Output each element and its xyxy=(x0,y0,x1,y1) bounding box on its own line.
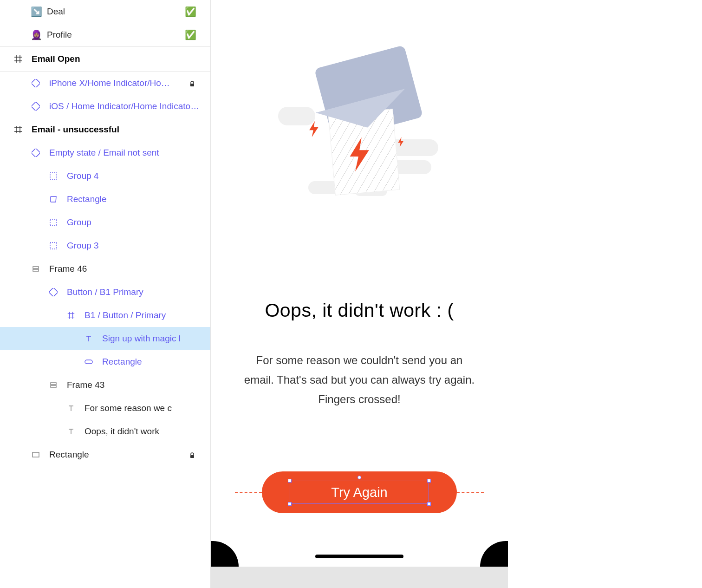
layer-label: Rectangle xyxy=(49,450,201,460)
layer-label: Frame 43 xyxy=(67,380,201,390)
selection-handle[interactable] xyxy=(288,502,292,506)
pill-icon xyxy=(84,357,94,367)
layer-section-email-unsuccessful[interactable]: Email - unsuccessful xyxy=(0,118,210,141)
svg-rect-10 xyxy=(85,360,92,364)
rotate-handle[interactable] xyxy=(358,476,361,479)
svg-rect-9 xyxy=(49,288,58,296)
svg-rect-6 xyxy=(50,242,57,249)
lightning-icon xyxy=(348,137,373,172)
component-icon xyxy=(31,78,41,88)
layer-label: iOS / Home Indicator/Home Indicator -… xyxy=(49,101,201,111)
layer-item-empty-state[interactable]: Empty state / Email not sent xyxy=(0,141,210,164)
error-body-text: For some reason we couldn't send you an … xyxy=(243,351,475,409)
svg-rect-14 xyxy=(190,455,194,458)
layer-item-for-some-reason[interactable]: For some reason we c xyxy=(0,397,210,420)
check-icon: ✅ xyxy=(185,6,196,17)
layer-section-email-open[interactable]: Email Open xyxy=(0,46,210,72)
layer-label: Rectangle xyxy=(102,357,201,367)
layer-item-rectangle3[interactable]: Rectangle xyxy=(0,443,210,466)
layer-label: For some reason we c xyxy=(84,403,201,413)
deal-emoji-icon: ↘️ xyxy=(31,6,42,17)
inspector-panel[interactable] xyxy=(508,0,702,588)
svg-rect-8 xyxy=(33,269,39,271)
frame-icon xyxy=(66,310,76,320)
layer-label: Email Open xyxy=(32,54,201,64)
layer-item-rectangle[interactable]: Rectangle xyxy=(0,188,210,211)
layers-panel[interactable]: ↘️ Deal ✅ 🧕🏽 Profile ✅ Email Open iPhone… xyxy=(0,0,211,588)
layer-label: Group 4 xyxy=(67,171,201,181)
selection-handle[interactable] xyxy=(427,502,431,506)
svg-rect-11 xyxy=(51,383,56,385)
group-icon xyxy=(48,171,58,181)
frame-icon xyxy=(13,124,23,135)
layer-item-group[interactable]: Group xyxy=(0,211,210,234)
svg-rect-4 xyxy=(50,173,57,179)
device-frame-corners xyxy=(211,543,508,567)
layer-item-frame43[interactable]: Frame 43 xyxy=(0,373,210,397)
svg-rect-12 xyxy=(51,385,56,387)
layer-item-group4[interactable]: Group 4 xyxy=(0,164,210,188)
layer-item-frame46[interactable]: Frame 46 xyxy=(0,257,210,281)
lock-icon xyxy=(189,451,196,458)
svg-rect-13 xyxy=(32,452,39,457)
layer-item-ios-home[interactable]: iOS / Home Indicator/Home Indicator -… xyxy=(0,95,210,118)
layer-label: Email - unsuccessful xyxy=(32,124,201,135)
lightning-icon xyxy=(397,137,405,147)
layer-label: Deal xyxy=(47,7,183,17)
text-icon xyxy=(66,403,76,413)
profile-emoji-icon: 🧕🏽 xyxy=(31,29,42,40)
layer-item-rectangle2[interactable]: Rectangle xyxy=(0,350,210,373)
layer-label: Rectangle xyxy=(67,194,201,204)
text-icon xyxy=(84,333,94,344)
svg-rect-1 xyxy=(190,84,194,86)
email-error-illustration xyxy=(285,46,434,195)
lock-icon xyxy=(189,79,196,87)
frame-icon xyxy=(13,54,23,64)
layer-label: Group 3 xyxy=(67,241,201,251)
error-title: Oops, it didn't work : ( xyxy=(211,300,508,321)
selection-handle[interactable] xyxy=(427,479,431,483)
layer-item-b1-button-primary[interactable]: B1 / Button / Primary xyxy=(0,304,210,327)
layer-label: Group xyxy=(67,217,201,228)
text-icon xyxy=(66,426,76,437)
check-icon: ✅ xyxy=(185,29,196,40)
layer-item-iphone-home[interactable]: iPhone X/Home Indicator/Ho… xyxy=(0,72,210,95)
rectangle-icon xyxy=(48,194,58,204)
component-icon xyxy=(48,287,58,297)
layer-label: Button / B1 Primary xyxy=(67,287,201,297)
layer-label: Oops, it didn't work xyxy=(84,426,201,437)
try-again-button[interactable]: Try Again xyxy=(262,471,457,513)
svg-rect-3 xyxy=(32,149,40,157)
svg-rect-0 xyxy=(32,79,40,87)
layer-label: Frame 46 xyxy=(49,264,201,274)
layer-label: Profile xyxy=(47,30,183,40)
layer-item-button-b1[interactable]: Button / B1 Primary xyxy=(0,281,210,304)
autolayout-icon xyxy=(31,264,41,274)
cta-label: Try Again xyxy=(331,485,387,500)
selected-text-layer[interactable]: Try Again xyxy=(290,481,429,504)
autolayout-icon xyxy=(48,380,58,390)
layer-label: Sign up with magic l xyxy=(102,333,201,344)
layer-item-oops[interactable]: Oops, it didn't work xyxy=(0,420,210,443)
layer-label: B1 / Button / Primary xyxy=(84,310,201,320)
layer-label: Empty state / Email not sent xyxy=(49,148,201,158)
layer-item-profile[interactable]: 🧕🏽 Profile ✅ xyxy=(0,23,210,46)
rectangle-icon xyxy=(31,450,41,460)
selection-handle[interactable] xyxy=(288,479,292,483)
layer-label: iPhone X/Home Indicator/Ho… xyxy=(49,78,201,88)
component-icon xyxy=(31,148,41,158)
svg-rect-7 xyxy=(33,267,39,268)
phone-artboard[interactable]: Oops, it didn't work : ( For some reason… xyxy=(211,0,508,567)
design-canvas[interactable]: Oops, it didn't work : ( For some reason… xyxy=(211,0,508,588)
svg-rect-5 xyxy=(50,219,57,226)
group-icon xyxy=(48,217,58,228)
component-icon xyxy=(31,101,41,111)
layer-item-signup-magic[interactable]: Sign up with magic l xyxy=(0,327,210,350)
svg-rect-2 xyxy=(32,102,40,111)
layer-item-group3[interactable]: Group 3 xyxy=(0,234,210,257)
layer-item-deal[interactable]: ↘️ Deal ✅ xyxy=(0,0,210,23)
lightning-icon xyxy=(308,121,320,137)
group-icon xyxy=(48,241,58,251)
